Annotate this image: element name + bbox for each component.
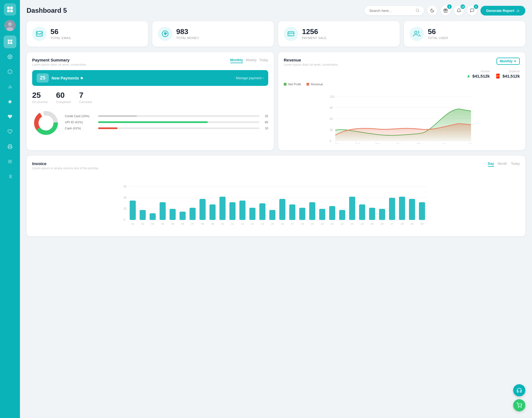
sidebar-item-star[interactable] [4,95,16,108]
sidebar-item-print[interactable] [4,140,16,153]
invoice-bar[interactable] [209,204,216,220]
svg-line-37 [37,34,38,35]
invoice-bar[interactable] [279,199,285,220]
svg-point-77 [521,407,521,408]
chat-btn[interactable]: 5 [467,6,477,16]
gift-btn[interactable]: 2 [441,6,451,16]
invoice-bar[interactable] [239,201,245,220]
invoice-bar-label: 29 [411,222,413,225]
invoice-bar[interactable] [229,202,236,220]
payment-summary-title-group: Payment Summary Lorem ipsum dolor sit am… [32,58,86,66]
invoice-bar[interactable] [349,197,355,220]
invoice-bar[interactable] [289,204,295,220]
invoice-bar[interactable] [369,208,375,220]
sidebar-item-settings[interactable] [4,50,16,63]
generate-report-button[interactable]: Generate Report [480,6,525,16]
payment-tab-group: Monthly Weekly Today [230,58,268,63]
progress-section: Credit Card (24%) 25 UPI ID (41%) 60 [65,114,268,133]
invoice-bar[interactable] [419,202,425,220]
payment-icon [284,27,298,41]
sidebar-logo[interactable] [4,3,16,16]
search-input[interactable] [369,9,413,13]
tab-today[interactable]: Today [511,161,520,167]
tab-monthly[interactable]: Monthly [230,58,243,63]
invoice-bar[interactable] [409,199,415,220]
svg-rect-7 [8,40,10,42]
invoice-bar[interactable] [389,198,395,220]
invoice-bar[interactable] [200,199,206,220]
svg-text:Jun: Jun [442,142,446,143]
revenue-monthly-dropdown[interactable]: Monthly [497,58,520,65]
svg-text:30: 30 [330,129,333,132]
stat-info-money: 983 TOTAL MONEY [176,28,199,40]
invoice-bar[interactable] [170,209,176,220]
manage-payment-link[interactable]: Manage payment › [236,76,264,80]
expense-item: Expense 🧧 $41,512k [495,70,520,79]
svg-point-29 [416,9,419,11]
tab-month[interactable]: Month [498,161,507,167]
stat-card-user: 56 TOTAL USER [404,21,525,47]
sidebar-item-menu[interactable] [4,155,16,168]
support-float-btn[interactable] [513,384,525,396]
invoice-bar[interactable] [249,208,255,220]
prog-bar-upi [98,121,208,123]
svg-rect-36 [36,31,42,36]
invoice-bar[interactable] [259,203,265,220]
bell-badge: 12 [461,4,465,9]
revenue-title: Revenue [284,58,338,62]
invoice-bar[interactable] [150,213,156,220]
search-icon[interactable] [416,8,420,13]
sidebar-item-list[interactable] [4,170,16,183]
svg-rect-2 [7,10,10,12]
bell-btn[interactable]: 12 [454,6,464,16]
invoice-bar[interactable] [180,212,186,220]
payment-summary-card: Payment Summary Lorem ipsum dolor sit am… [27,52,274,150]
donut-wrap: Credit Card (24%) 25 UPI ID (41%) 60 [32,109,268,138]
float-buttons [513,384,525,411]
invoice-bar-label: 26 [381,222,383,225]
sidebar-item-info[interactable] [4,65,16,78]
tab-day[interactable]: Day [488,161,494,167]
svg-point-45 [415,31,417,34]
svg-text:July: July [468,142,473,143]
invoice-bar[interactable] [130,201,136,220]
donut-chart [32,109,60,138]
cart-float-btn[interactable] [513,399,525,411]
invoice-bar[interactable] [339,210,345,220]
svg-rect-19 [9,147,11,149]
trio-on-process: 25 On process [32,91,48,104]
invoice-bar[interactable] [329,206,335,220]
trio-completed: 60 Completed [56,91,71,104]
invoice-bar[interactable] [319,209,325,220]
svg-point-5 [8,22,12,26]
avatar[interactable] [4,20,16,31]
invoice-bar-label: 28 [401,222,403,225]
sidebar-item-heart[interactable] [4,110,16,123]
stat-card-payment: 1256 PAYMENT SALE [278,21,400,47]
expense-value: $41,512k [502,74,520,78]
invoice-bar[interactable] [359,204,365,220]
invoice-bar[interactable] [140,210,146,220]
invoice-bar[interactable] [309,202,315,220]
legend-net-profit: Net Profit [284,83,301,86]
stat-info-payment: 1256 PAYMENT SALE [302,28,327,40]
svg-line-30 [418,11,419,12]
sidebar-item-heart2[interactable] [4,125,16,138]
sidebar-item-dashboard[interactable] [4,35,16,48]
invoice-bar-label: 03 [151,222,154,225]
invoice-bar[interactable] [379,209,385,220]
invoice-bar[interactable] [190,208,196,220]
invoice-bar[interactable] [299,208,305,220]
invoice-bar[interactable] [219,197,226,220]
svg-rect-41 [288,32,294,36]
revenue-header: Revenue Lorem ipsum dolor sit amet, cons… [284,58,520,79]
dark-mode-btn[interactable] [427,6,437,16]
invoice-bar[interactable] [399,197,405,220]
invoice-bar[interactable] [269,210,275,220]
tab-weekly[interactable]: Weekly [246,58,257,63]
tab-today[interactable]: Today [259,58,268,63]
stat-info-email: 56 TOTAL EMAIL [50,28,71,40]
sidebar-item-chart[interactable] [4,80,16,93]
invoice-bar[interactable] [160,202,166,220]
stat-number-payment: 1256 [302,28,327,35]
